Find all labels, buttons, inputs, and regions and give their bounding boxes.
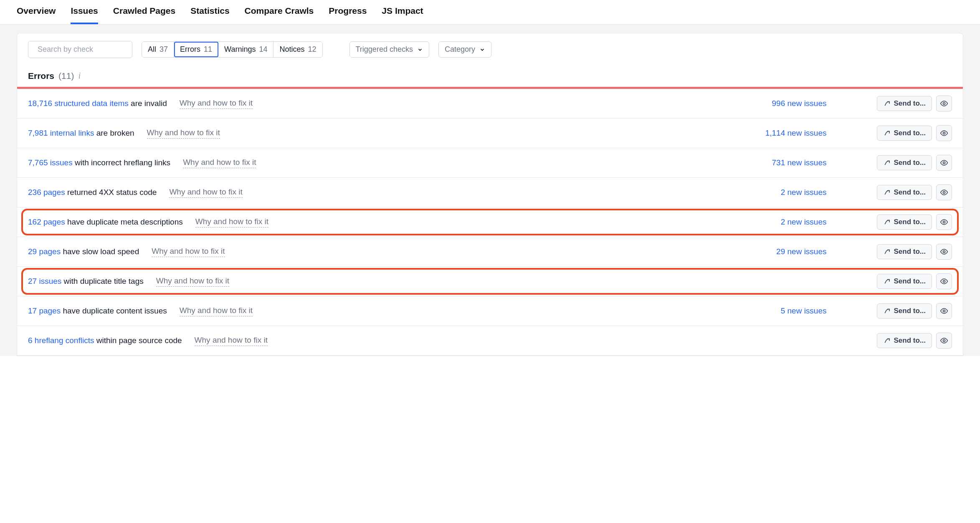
issue-row: 7,765 issues with incorrect hreflang lin… (17, 148, 963, 178)
view-button[interactable] (936, 96, 952, 111)
send-icon (883, 218, 891, 226)
how-to-fix-link[interactable]: Why and how to fix it (180, 99, 253, 109)
section-title: Errors (28, 71, 54, 81)
filter-seg-warnings[interactable]: Warnings14 (218, 42, 273, 57)
nav-tab-overview[interactable]: Overview (17, 6, 56, 24)
issues-card: All37Errors11Warnings14Notices12 Trigger… (17, 33, 963, 356)
issue-row: 236 pages returned 4XX status codeWhy an… (17, 178, 963, 207)
issue-description: 29 pages have slow load speed (28, 247, 139, 256)
nav-tab-progress[interactable]: Progress (329, 6, 367, 24)
issue-actions: Send to... (877, 333, 952, 349)
view-button[interactable] (936, 333, 952, 349)
view-button[interactable] (936, 244, 952, 260)
nav-tab-statistics[interactable]: Statistics (190, 6, 229, 24)
svg-point-10 (943, 340, 945, 342)
nav-tab-compare-crawls[interactable]: Compare Crawls (245, 6, 314, 24)
svg-point-5 (943, 192, 945, 194)
info-icon[interactable]: i (78, 71, 81, 81)
send-to-button[interactable]: Send to... (877, 303, 932, 318)
issue-left: 162 pages have duplicate meta descriptio… (28, 217, 747, 227)
issue-left: 6 hreflang conflicts within page source … (28, 336, 747, 346)
issue-count-link[interactable]: 162 pages (28, 217, 65, 226)
new-issues-link[interactable]: 1,114 new issues (747, 129, 839, 138)
view-button[interactable] (936, 125, 952, 141)
issue-count-link[interactable]: 29 pages (28, 247, 61, 256)
new-issues-link[interactable]: 5 new issues (747, 306, 839, 316)
how-to-fix-link[interactable]: Why and how to fix it (195, 217, 268, 227)
search-input[interactable] (37, 45, 135, 54)
search-box[interactable] (28, 41, 132, 58)
send-to-button[interactable]: Send to... (877, 215, 932, 230)
issue-count-link[interactable]: 7,981 internal links (28, 129, 94, 137)
filter-seg-notices[interactable]: Notices12 (273, 42, 322, 57)
send-to-button[interactable]: Send to... (877, 126, 932, 141)
issue-row: 29 pages have slow load speedWhy and how… (17, 237, 963, 267)
eye-icon (940, 99, 948, 108)
nav-tab-issues[interactable]: Issues (71, 6, 98, 24)
issue-description: 27 issues with duplicate title tags (28, 277, 144, 286)
send-icon (883, 307, 891, 315)
issue-description: 162 pages have duplicate meta descriptio… (28, 217, 183, 227)
send-to-button[interactable]: Send to... (877, 96, 932, 111)
triggered-checks-dropdown[interactable]: Triggered checks (349, 41, 429, 58)
eye-icon (940, 218, 948, 226)
send-to-label: Send to... (894, 248, 926, 256)
eye-icon (940, 336, 948, 345)
issues-list: 18,716 structured data items are invalid… (17, 89, 963, 356)
send-to-button[interactable]: Send to... (877, 274, 932, 289)
svg-point-4 (943, 162, 945, 164)
filter-seg-errors[interactable]: Errors11 (174, 42, 218, 57)
how-to-fix-link[interactable]: Why and how to fix it (195, 336, 268, 346)
issue-row: 7,981 internal links are brokenWhy and h… (17, 119, 963, 148)
filter-row: All37Errors11Warnings14Notices12 Trigger… (17, 33, 963, 62)
send-to-label: Send to... (894, 129, 926, 137)
issue-count-link[interactable]: 6 hreflang conflicts (28, 336, 94, 345)
issue-description: 6 hreflang conflicts within page source … (28, 336, 182, 345)
send-to-button[interactable]: Send to... (877, 155, 932, 170)
eye-icon (940, 159, 948, 167)
dropdown-label: Category (445, 45, 475, 54)
new-issues-link[interactable]: 2 new issues (747, 217, 839, 227)
segment-count: 37 (160, 45, 168, 54)
issue-count-link[interactable]: 17 pages (28, 306, 61, 315)
send-to-button[interactable]: Send to... (877, 185, 932, 200)
new-issues-link[interactable]: 29 new issues (747, 247, 839, 256)
eye-icon (940, 277, 948, 286)
send-icon (883, 100, 891, 107)
issue-count-link[interactable]: 18,716 structured data items (28, 99, 129, 108)
how-to-fix-link[interactable]: Why and how to fix it (156, 276, 229, 287)
view-button[interactable] (936, 184, 952, 200)
view-button[interactable] (936, 273, 952, 289)
view-button[interactable] (936, 214, 952, 230)
issue-count-link[interactable]: 236 pages (28, 188, 65, 197)
send-to-button[interactable]: Send to... (877, 333, 932, 348)
category-dropdown[interactable]: Category (438, 41, 491, 58)
new-issues-link[interactable]: 2 new issues (747, 188, 839, 197)
new-issues-link[interactable]: 996 new issues (747, 99, 839, 108)
nav-tab-js-impact[interactable]: JS Impact (382, 6, 423, 24)
issue-actions: Send to... (877, 155, 952, 171)
issue-suffix: have slow load speed (61, 247, 139, 256)
how-to-fix-link[interactable]: Why and how to fix it (180, 306, 253, 316)
issue-suffix: returned 4XX status code (65, 188, 157, 197)
nav-tab-crawled-pages[interactable]: Crawled Pages (113, 6, 175, 24)
how-to-fix-link[interactable]: Why and how to fix it (183, 158, 256, 168)
send-icon (883, 159, 891, 167)
view-button[interactable] (936, 155, 952, 171)
issue-actions: Send to... (877, 303, 952, 319)
view-button[interactable] (936, 303, 952, 319)
issue-count-link[interactable]: 7,765 issues (28, 158, 73, 167)
how-to-fix-link[interactable]: Why and how to fix it (152, 247, 225, 257)
send-to-button[interactable]: Send to... (877, 244, 932, 259)
send-icon (883, 189, 891, 196)
issue-count-link[interactable]: 27 issues (28, 277, 61, 286)
issue-suffix: within page source code (94, 336, 182, 345)
how-to-fix-link[interactable]: Why and how to fix it (169, 187, 242, 198)
send-icon (883, 278, 891, 285)
svg-point-6 (943, 221, 945, 223)
filter-seg-all[interactable]: All37 (142, 42, 174, 57)
new-issues-link[interactable]: 731 new issues (747, 158, 839, 167)
segment-label: Warnings (224, 45, 256, 54)
issue-actions: Send to... (877, 273, 952, 289)
how-to-fix-link[interactable]: Why and how to fix it (147, 128, 220, 139)
